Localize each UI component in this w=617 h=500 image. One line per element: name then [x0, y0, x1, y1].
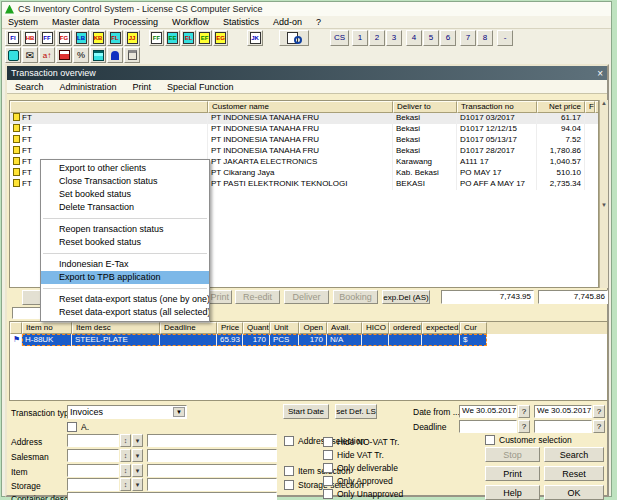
toolbar-doc-eg-button[interactable]: EG — [213, 30, 228, 46]
checkbox-icon[interactable] — [485, 435, 495, 445]
menu-item-reopen-transaction-status[interactable]: Reopen transaction status — [41, 223, 209, 236]
table-row[interactable]: FT PT INDONESIA TANAHA FRU Bekasi D1017 … — [10, 124, 598, 135]
menu-item-reset-booked-status[interactable]: Reset booked status — [41, 236, 209, 249]
menu-processing[interactable]: Processing — [114, 17, 159, 27]
toolbar-doc-el-button[interactable]: EL — [181, 30, 196, 46]
num-button-2[interactable]: 2 — [369, 30, 385, 46]
col-price[interactable]: Price — [217, 322, 243, 334]
col-item-no[interactable]: Item no — [22, 322, 72, 334]
toolbar-table-button[interactable] — [56, 47, 72, 63]
num-button-8[interactable]: 8 — [477, 30, 493, 46]
reset-button[interactable]: Reset — [544, 466, 604, 481]
menu-help[interactable]: ? — [316, 17, 321, 27]
calendar-query-button-4[interactable]: ? — [593, 420, 605, 433]
num-button-6[interactable]: 6 — [440, 30, 456, 46]
col-deadline[interactable]: Deadline — [160, 322, 217, 334]
spin-button[interactable]: ↕ — [120, 449, 131, 462]
toolbar-percent-button[interactable]: % — [73, 47, 89, 63]
col-order[interactable] — [10, 101, 208, 113]
print-button[interactable]: Print — [485, 466, 540, 481]
toolbar-window-button[interactable] — [124, 47, 140, 63]
menu-administration[interactable]: Administration — [60, 82, 117, 92]
checkbox-icon[interactable] — [323, 476, 333, 486]
storage-input[interactable] — [67, 478, 119, 491]
col-net-price[interactable]: Net price — [537, 101, 585, 113]
num-button-7[interactable]: 7 — [460, 30, 476, 46]
toolbar-edit-button[interactable]: a↑ — [39, 47, 55, 63]
col-transaction-no[interactable]: Transaction no — [457, 101, 537, 113]
menu-workflow[interactable]: Workflow — [172, 17, 209, 27]
chevron-down-icon[interactable]: ▼ — [173, 407, 185, 417]
deadline-field-1[interactable] — [459, 420, 517, 433]
table-row[interactable]: FT PT INDONESIA TANAHA FRU Bekasi D1017 … — [10, 113, 598, 124]
toolbar-doc-jk-button[interactable]: JK — [247, 30, 263, 46]
menu-master-data[interactable]: Master data — [52, 17, 100, 27]
table-row[interactable]: FT PT INDONESIA TANAHA FRU Bekasi D1017 … — [10, 135, 598, 146]
col-cur[interactable]: Cur — [460, 322, 487, 334]
checkbox-icon[interactable] — [323, 489, 333, 499]
checkbox-icon[interactable] — [323, 463, 333, 473]
set-def-ls-button[interactable]: set Def. LS — [335, 404, 377, 419]
re-edit-button[interactable]: Re-edit — [235, 290, 280, 304]
menu-addon[interactable]: Add-on — [273, 17, 302, 27]
calendar-query-button-2[interactable]: ? — [593, 405, 605, 418]
close-icon[interactable]: × — [597, 68, 603, 79]
menu-item-reset-export-all-selected[interactable]: Reset data-export status (all selected) — [41, 306, 209, 319]
only-deliverable-checkbox[interactable]: Only deliverable — [323, 463, 398, 473]
num-button-5[interactable]: 5 — [423, 30, 439, 46]
date-from-field-1[interactable]: We 30.05.2017 — [459, 405, 517, 418]
num-button-1[interactable]: 1 — [352, 30, 368, 46]
only-approved-checkbox[interactable]: Only Approved — [323, 476, 393, 486]
item-input[interactable] — [67, 464, 119, 477]
checkbox-icon[interactable] — [284, 436, 294, 446]
col-customer-name[interactable]: Customer name — [208, 101, 393, 113]
menu-item-reset-export-one-by-one[interactable]: Reset data-export status (one by one) — [41, 293, 209, 306]
col-open[interactable]: Open — [299, 322, 327, 334]
container-desc-input[interactable] — [67, 492, 277, 500]
toolbar-doc-lb-button[interactable]: LB — [73, 30, 89, 46]
col-expected[interactable]: expected.. — [422, 322, 460, 334]
hide-no-vat-checkbox[interactable]: Hide NO-VAT Tr. — [323, 437, 399, 447]
calendar-query-button-3[interactable]: ? — [518, 420, 530, 433]
only-unapproved-checkbox[interactable]: Only Unapproved — [323, 489, 403, 499]
col-hico[interactable]: HICO — [362, 322, 389, 334]
toolbar-list-button[interactable] — [90, 47, 106, 63]
menu-item-delete-transaction[interactable]: Delete Transaction — [41, 201, 209, 214]
toolbar-doc-fi-button[interactable]: FI — [5, 30, 21, 46]
toolbar-mail-button[interactable]: ✉ — [22, 47, 38, 63]
toolbar-search-doc-button[interactable] — [279, 30, 309, 46]
toolbar-doc-ff2-button[interactable]: FF — [149, 30, 164, 46]
date-from-field-2[interactable]: We 30.05.2017 — [534, 405, 592, 418]
lookup-button[interactable]: ▾ — [132, 449, 143, 462]
lookup-button[interactable]: ▾ — [132, 434, 143, 447]
all-checkbox[interactable]: A. — [67, 422, 89, 432]
table-row[interactable]: FT PT INDONESIA TANAHA FRU Bekasi D1017 … — [10, 146, 598, 157]
checkbox-icon[interactable] — [323, 450, 333, 460]
num-button-cs[interactable]: CS — [330, 30, 349, 46]
ok-button[interactable]: OK — [544, 485, 604, 500]
menu-item-close-transaction-status[interactable]: Close Transaction status — [41, 175, 209, 188]
col-unit[interactable]: Unit — [270, 322, 299, 334]
address-input[interactable] — [67, 434, 119, 447]
salesman-input[interactable] — [67, 449, 119, 462]
num-button-4[interactable]: 4 — [406, 30, 422, 46]
menu-print[interactable]: Print — [133, 82, 152, 92]
menu-item-export-tpb-application[interactable]: Export to TPB application — [41, 271, 209, 284]
toolbar-doc-ee-button[interactable]: EE — [165, 30, 180, 46]
calendar-query-button-1[interactable]: ? — [518, 405, 530, 418]
hide-vat-checkbox[interactable]: Hide VAT Tr. — [323, 450, 384, 460]
spin-button[interactable]: ↕ — [120, 478, 131, 491]
toolbar-doc-hb-button[interactable]: HB — [22, 30, 38, 46]
col-avail[interactable]: Avail. — [327, 322, 362, 334]
selected-item-row[interactable]: ⚑ H-88UK STEEL-PLATE 65.93 170 PCS 170 N… — [10, 334, 607, 346]
menu-item-export-other-clients[interactable]: Export to other clients — [41, 162, 209, 175]
toolbar-doc-jj-button[interactable]: JJ — [124, 30, 140, 46]
spin-button[interactable]: ↕ — [120, 434, 131, 447]
col-deliver-to[interactable]: Deliver to — [393, 101, 457, 113]
toolbar-user-button[interactable] — [107, 47, 123, 63]
col-item-desc[interactable]: Item desc — [72, 322, 160, 334]
exp-del-button[interactable]: exp.Del (AS) — [382, 290, 430, 304]
deliver-button[interactable]: Deliver — [284, 290, 329, 304]
transaction-type-select[interactable]: Invoices ▼ — [67, 405, 187, 419]
num-button-3[interactable]: 3 — [386, 30, 402, 46]
